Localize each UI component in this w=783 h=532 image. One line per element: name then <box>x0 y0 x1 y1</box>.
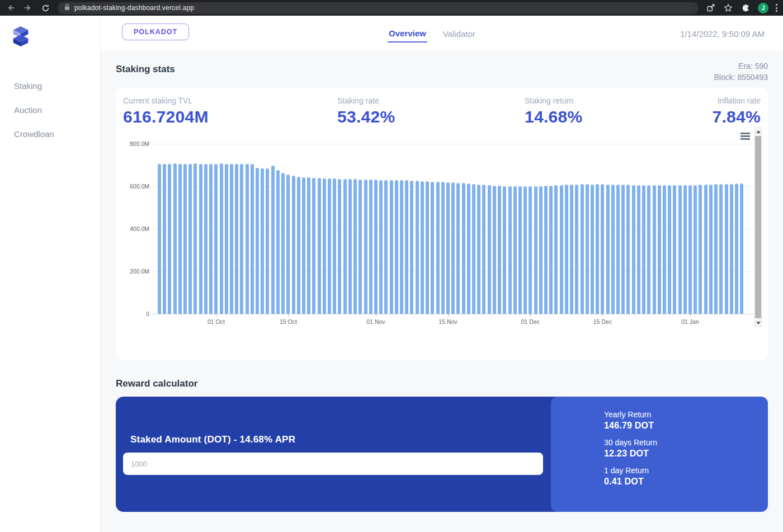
chart-bar[interactable] <box>297 177 300 314</box>
chart-bar[interactable] <box>586 184 589 314</box>
chart-bar[interactable] <box>436 182 440 314</box>
chart-bar[interactable] <box>637 185 640 314</box>
chart-bar[interactable] <box>518 186 522 314</box>
chart-bar[interactable] <box>307 177 310 314</box>
chart-bar[interactable] <box>477 185 480 314</box>
chart-bar[interactable] <box>359 180 362 314</box>
chart-bar[interactable] <box>225 164 228 314</box>
chart-bar[interactable] <box>549 186 553 314</box>
chart-bar[interactable] <box>503 186 506 314</box>
chart-bar[interactable] <box>683 185 687 314</box>
chart-bar[interactable] <box>694 185 697 314</box>
sidebar-item-crowdloan[interactable]: Crowdloan <box>0 122 100 146</box>
extensions-icon[interactable] <box>740 3 751 13</box>
chart-bar[interactable] <box>261 168 264 314</box>
chart-bar[interactable] <box>488 185 491 314</box>
chart-bar[interactable] <box>214 164 218 314</box>
scroll-up-icon[interactable] <box>754 128 762 135</box>
chart-bar[interactable] <box>421 181 424 314</box>
chart-bar[interactable] <box>575 185 578 314</box>
chart-bar[interactable] <box>168 164 171 314</box>
chart-bar[interactable] <box>725 184 728 314</box>
chart-bar[interactable] <box>426 181 429 314</box>
chart-bar[interactable] <box>523 186 527 314</box>
chart-bar[interactable] <box>508 186 512 314</box>
reload-icon[interactable] <box>40 3 50 13</box>
chart-bar[interactable] <box>462 183 465 314</box>
chart-bar[interactable] <box>276 170 280 314</box>
chart-bar[interactable] <box>606 185 610 314</box>
chart-bar[interactable] <box>194 163 197 314</box>
chart-bar[interactable] <box>246 164 249 314</box>
chart-bar[interactable] <box>647 185 650 314</box>
chart-bar[interactable] <box>735 183 738 314</box>
back-icon[interactable] <box>6 3 16 13</box>
chart-bar[interactable] <box>379 180 383 314</box>
chart-bar[interactable] <box>678 185 682 314</box>
chart-bar[interactable] <box>626 185 630 314</box>
chart-bar[interactable] <box>451 182 455 314</box>
chart-bar[interactable] <box>395 180 398 314</box>
chart-bar[interactable] <box>554 185 558 314</box>
chart-bar[interactable] <box>581 184 584 314</box>
share-icon[interactable] <box>706 3 716 13</box>
chart-bar[interactable] <box>719 184 723 314</box>
chart-bar[interactable] <box>539 186 543 314</box>
chart-bar[interactable] <box>673 185 676 314</box>
chart-bar[interactable] <box>730 184 733 314</box>
chart-bar[interactable] <box>158 164 161 314</box>
chart-bar[interactable] <box>240 164 243 314</box>
chart-bar[interactable] <box>188 164 192 314</box>
chart-bar[interactable] <box>369 180 372 314</box>
chart-bar[interactable] <box>498 186 501 314</box>
chart-bar[interactable] <box>328 178 331 314</box>
chart-bar[interactable] <box>467 183 470 314</box>
chart-bar[interactable] <box>209 164 213 314</box>
chart-bar[interactable] <box>338 179 341 314</box>
chart-bar[interactable] <box>235 164 238 314</box>
chart-bar[interactable] <box>534 186 537 314</box>
chart-bar[interactable] <box>596 184 599 314</box>
staked-amount-input[interactable] <box>123 453 543 475</box>
chart-bar[interactable] <box>565 185 568 314</box>
forward-icon[interactable] <box>23 3 33 13</box>
chart-bar[interactable] <box>740 183 743 314</box>
chart-bar[interactable] <box>616 185 620 314</box>
chart-bar[interactable] <box>374 180 378 314</box>
chart-bar[interactable] <box>544 186 548 314</box>
chart-bar[interactable] <box>220 163 223 314</box>
chart-bar[interactable] <box>472 184 475 314</box>
chart-bar[interactable] <box>323 178 326 314</box>
chart-bar[interactable] <box>446 182 450 314</box>
chart-bar[interactable] <box>281 173 285 314</box>
chart-bar[interactable] <box>343 179 347 314</box>
bookmark-star-icon[interactable] <box>723 3 733 13</box>
chart-bar[interactable] <box>456 183 460 314</box>
chart-bar[interactable] <box>302 177 305 314</box>
chart-bar[interactable] <box>688 185 692 314</box>
chart-bar[interactable] <box>441 182 445 314</box>
chart-bar[interactable] <box>353 179 357 314</box>
chart-bar[interactable] <box>266 168 269 314</box>
chart-bar[interactable] <box>312 178 315 314</box>
chart-bar[interactable] <box>251 164 254 314</box>
scrollbar-thumb[interactable] <box>755 136 761 318</box>
chart-bar[interactable] <box>663 185 666 314</box>
sidebar-item-staking[interactable]: Staking <box>0 74 100 98</box>
chart-bar[interactable] <box>482 185 485 314</box>
chart-bar[interactable] <box>699 185 702 314</box>
chart-bar[interactable] <box>704 185 707 314</box>
tab-validator[interactable]: Validator <box>442 25 477 42</box>
chart-bar[interactable] <box>230 164 233 314</box>
chart-bar[interactable] <box>658 185 661 314</box>
chart-bar[interactable] <box>292 176 295 314</box>
chart-bar[interactable] <box>384 180 388 314</box>
address-bar[interactable]: polkadot-staking-dashboard.vercel.app <box>58 2 699 14</box>
chart-bar[interactable] <box>163 164 166 314</box>
chart-bar[interactable] <box>173 163 177 314</box>
chart-bar[interactable] <box>709 185 713 314</box>
chart-bar[interactable] <box>570 185 573 314</box>
chart-bar[interactable] <box>286 175 290 314</box>
tvl-bar-chart[interactable]: 800.0M600.0M400.0M200.0M001 Oct15 Oct01 … <box>116 88 768 360</box>
tab-overview[interactable]: Overview <box>388 24 427 43</box>
